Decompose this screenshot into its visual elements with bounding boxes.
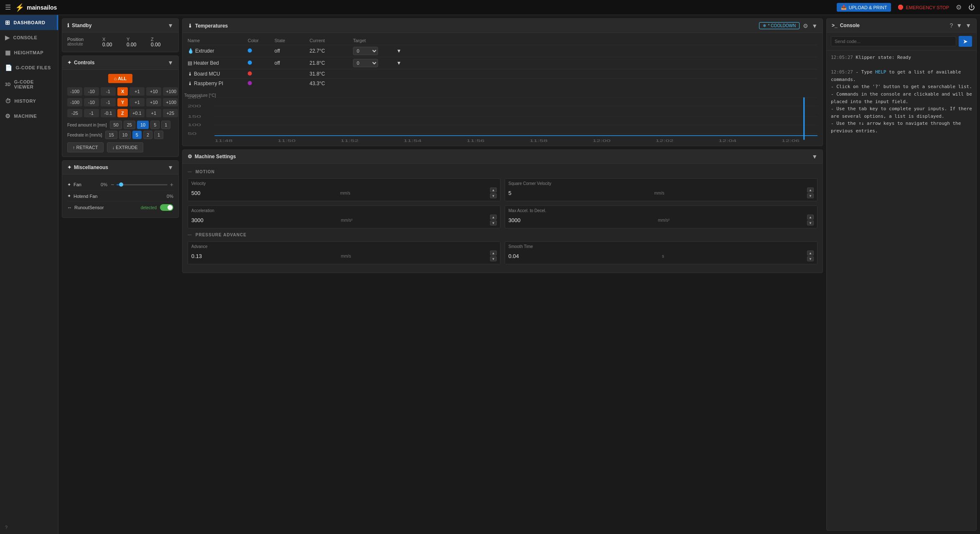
power-icon[interactable]: ⏻ — [968, 4, 975, 11]
sidebar-item-machine[interactable]: ⚙ MACHINE — [0, 109, 58, 124]
feed-5-btn[interactable]: 5 — [150, 121, 160, 129]
y-pos10-btn[interactable]: +10 — [146, 98, 161, 106]
z-neg1-btn[interactable]: -1 — [84, 109, 99, 117]
x-neg100-btn[interactable]: -100 — [67, 87, 82, 96]
acceleration-up-btn[interactable]: ▲ — [490, 215, 497, 220]
upload-print-button[interactable]: 📤 UPLOAD & PRINT — [837, 3, 891, 12]
heater-bed-target-select[interactable]: 0 — [353, 59, 378, 67]
feedrate-10-btn[interactable]: 10 — [119, 131, 131, 139]
console-chevron[interactable]: ▼ — [965, 22, 971, 29]
svg-text:12:02: 12:02 — [655, 139, 673, 143]
sidebar-item-dashboard[interactable]: ⊞ DASHBOARD — [0, 15, 58, 30]
extruder-target-select[interactable]: 0 — [353, 47, 378, 55]
feed-1-btn[interactable]: 1 — [161, 121, 170, 129]
console-help-btn[interactable]: ? — [950, 22, 953, 29]
menu-icon[interactable]: ☰ — [5, 3, 11, 11]
feedrate-15-btn[interactable]: 15 — [105, 131, 117, 139]
z-pos1-btn[interactable]: +1 — [146, 109, 161, 117]
feed-25-btn[interactable]: 25 — [124, 121, 135, 129]
standby-title-text: Standby — [72, 23, 91, 28]
all-button[interactable]: ⌂ ALL — [108, 74, 133, 83]
smooth-time-down-btn[interactable]: ▼ — [807, 256, 814, 261]
fan-minus-btn[interactable]: − — [111, 181, 114, 188]
raspberry-pi-current: 43.3°C — [310, 81, 351, 86]
extruder-dropdown[interactable]: ▼ — [396, 48, 413, 54]
x-pos1-btn[interactable]: +1 — [129, 87, 145, 96]
fan-plus-btn[interactable]: + — [170, 181, 173, 188]
machine-settings-title-text: Machine Settings — [195, 154, 236, 159]
sidebar-item-gcode-files[interactable]: 📄 G-CODE FILES — [0, 60, 58, 75]
z-neg01-btn[interactable]: -0.1 — [101, 109, 116, 117]
acceleration-down-btn[interactable]: ▼ — [490, 220, 497, 225]
controls-chevron[interactable]: ▼ — [168, 59, 173, 66]
misc-content: ✦ Fan 0% − + — [62, 175, 178, 218]
feed-10-btn[interactable]: 10 — [137, 121, 149, 129]
retract-button[interactable]: ↑ RETRACT — [67, 142, 104, 152]
y-pos1-btn[interactable]: +1 — [129, 98, 145, 106]
console-filter-btn[interactable]: ▼ — [956, 22, 962, 29]
feedrate-1-btn[interactable]: 1 — [154, 131, 163, 139]
svg-text:150: 150 — [188, 114, 201, 119]
target-col-header: Target — [353, 38, 395, 43]
y-neg100-btn[interactable]: -100 — [67, 98, 82, 106]
machine-settings-panel: ⚙ Machine Settings ▼ MOTION Velocity — [182, 149, 823, 273]
emergency-stop-button[interactable]: 🛑 EMERGENCY STOP — [898, 5, 949, 10]
velocity-row: 500 mm/s ▲ ▼ — [191, 187, 497, 198]
y-neg1-btn[interactable]: -1 — [101, 98, 116, 106]
sidebar-item-gcode-viewer[interactable]: 3D G-CODE VIEWER — [0, 75, 58, 94]
extrude-button[interactable]: ↓ EXTRUDE — [107, 142, 143, 152]
x-neg1-btn[interactable]: -1 — [101, 87, 116, 96]
standby-chevron[interactable]: ▼ — [168, 22, 173, 29]
y-pos100-btn[interactable]: +100 — [163, 98, 178, 106]
velocity-down-btn[interactable]: ▼ — [490, 193, 497, 198]
help-keyword[interactable]: HELP — [875, 69, 886, 75]
square-corner-down-btn[interactable]: ▼ — [807, 193, 814, 198]
runout-toggle[interactable] — [160, 204, 173, 211]
square-corner-up-btn[interactable]: ▲ — [807, 187, 814, 192]
runout-icon: ↔ — [67, 205, 72, 210]
help-button[interactable]: ? — [0, 521, 58, 534]
sidebar-item-heightmap[interactable]: ▦ HEIGHTMAP — [0, 45, 58, 60]
sidebar-item-console[interactable]: ▶ CONSOLE — [0, 30, 58, 45]
y-label-btn[interactable]: Y — [117, 98, 128, 106]
x-pos10-btn[interactable]: +10 — [146, 87, 161, 96]
z-neg25-btn[interactable]: -25 — [67, 109, 82, 117]
chart-label: Temperature [°C] — [184, 93, 216, 98]
x-label-btn[interactable]: X — [117, 87, 128, 96]
z-pos01-btn[interactable]: +0.1 — [129, 109, 145, 117]
extruder-current: 22.7°C — [310, 48, 351, 54]
x-neg10-btn[interactable]: -10 — [84, 87, 99, 96]
advance-down-btn[interactable]: ▼ — [490, 256, 497, 261]
fan-thumb[interactable] — [119, 182, 123, 187]
smooth-time-row: 0.04 s ▲ ▼ — [508, 251, 814, 261]
z-label-btn[interactable]: Z — [117, 109, 128, 117]
heater-bed-dropdown[interactable]: ▼ — [396, 60, 413, 66]
machine-settings-content: MOTION Velocity 500 mm/s ▲ ▼ — [183, 164, 823, 273]
settings-icon[interactable]: ⚙ — [956, 3, 962, 11]
feedrate-5-btn[interactable]: 5 — [132, 131, 142, 139]
extruder-color-col — [248, 48, 273, 54]
console-input[interactable] — [831, 36, 956, 46]
smooth-time-up-btn[interactable]: ▲ — [807, 251, 814, 256]
sidebar-item-history[interactable]: ⏱ HISTORY — [0, 94, 58, 109]
console-send-button[interactable]: ➤ — [959, 36, 972, 47]
temp-chevron[interactable]: ▼ — [812, 23, 818, 29]
smooth-time-spinners: ▲ ▼ — [807, 251, 814, 261]
misc-chevron[interactable]: ▼ — [168, 164, 173, 171]
x-pos100-btn[interactable]: +100 — [163, 87, 178, 96]
feed-50-btn[interactable]: 50 — [110, 121, 122, 129]
x-header: X — [102, 37, 125, 42]
cooldown-button[interactable]: ❄ * COOLDOWN — [759, 22, 800, 29]
y-neg10-btn[interactable]: -10 — [84, 98, 99, 106]
z-pos25-btn[interactable]: +25 — [163, 109, 178, 117]
feedrate-2-btn[interactable]: 2 — [143, 131, 152, 139]
advance-up-btn[interactable]: ▲ — [490, 251, 497, 256]
max-accel-down-btn[interactable]: ▼ — [807, 220, 814, 225]
fan-slider[interactable]: − + — [111, 181, 173, 188]
heater-bed-current: 21.8°C — [310, 60, 351, 66]
svg-text:200: 200 — [188, 104, 201, 108]
velocity-up-btn[interactable]: ▲ — [490, 187, 497, 192]
machine-settings-chevron[interactable]: ▼ — [812, 153, 818, 160]
max-accel-up-btn[interactable]: ▲ — [807, 215, 814, 220]
temp-settings-btn[interactable]: ⚙ — [803, 23, 808, 29]
